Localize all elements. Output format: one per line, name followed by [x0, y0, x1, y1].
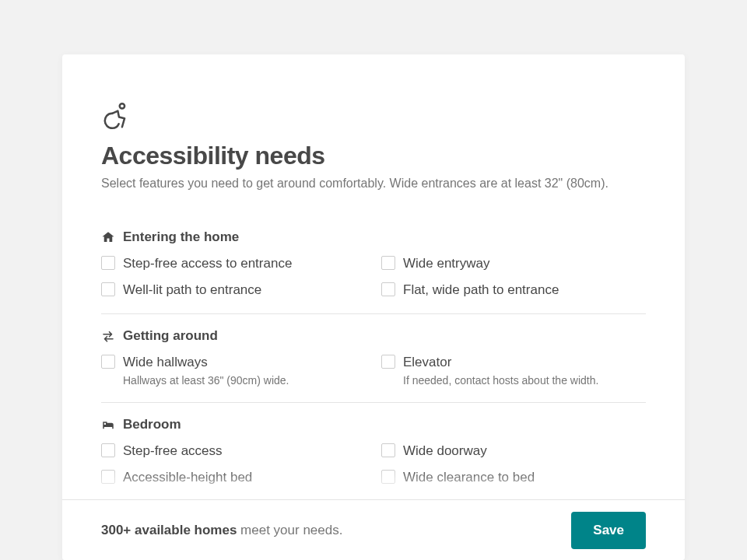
checkbox[interactable]: [381, 256, 395, 270]
home-icon: [101, 230, 115, 244]
checkbox[interactable]: [101, 470, 115, 484]
option-wide-hallways[interactable]: Wide hallways Hallways at least 36" (90c…: [101, 353, 366, 388]
scroll-content: Accessibility needs Select features you …: [62, 54, 685, 499]
option-label: Flat, wide path to entrance: [403, 281, 559, 299]
options-getting-around: Wide hallways Hallways at least 36" (90c…: [101, 353, 646, 388]
checkbox[interactable]: [381, 470, 395, 484]
modal-subtitle: Select features you need to get around c…: [101, 175, 646, 192]
option-label: Wide hallways: [123, 353, 289, 372]
section-header-entering: Entering the home: [101, 229, 646, 245]
bed-icon: [101, 418, 115, 432]
section-entering: Entering the home Step-free access to en…: [101, 215, 646, 313]
option-label: Wide entryway: [403, 254, 489, 273]
options-entering: Step-free access to entrance Wide entryw…: [101, 254, 646, 299]
checkbox[interactable]: [381, 355, 395, 369]
section-bedroom: Bedroom Step-free access Wide doorway Ac…: [101, 402, 646, 499]
checkbox[interactable]: [101, 256, 115, 270]
option-label: Step-free access to entrance: [123, 254, 292, 273]
checkbox[interactable]: [381, 282, 395, 296]
section-title-bedroom: Bedroom: [123, 417, 181, 432]
section-header-bedroom: Bedroom: [101, 417, 646, 432]
results-count-text: 300+ available homes meet your needs.: [101, 523, 342, 538]
footer-bar: 300+ available homes meet your needs. Sa…: [62, 499, 685, 560]
option-label: Wide doorway: [403, 442, 487, 460]
accessibility-icon: [101, 101, 646, 134]
option-step-free-bedroom[interactable]: Step-free access: [101, 442, 366, 460]
accessibility-filter-card: Accessibility needs Select features you …: [62, 54, 685, 560]
checkbox[interactable]: [101, 355, 115, 369]
option-flat-wide-path[interactable]: Flat, wide path to entrance: [381, 281, 646, 299]
checkbox[interactable]: [101, 282, 115, 296]
option-label: Well-lit path to entrance: [123, 281, 261, 299]
results-count: 300+ available homes: [101, 523, 237, 537]
option-label: Step-free access: [123, 442, 223, 460]
arrows-icon: [101, 329, 115, 343]
section-getting-around: Getting around Wide hallways Hallways at…: [101, 313, 646, 402]
option-well-lit-path[interactable]: Well-lit path to entrance: [101, 281, 366, 299]
checkbox[interactable]: [381, 443, 395, 457]
option-label: Wide clearance to bed: [403, 468, 535, 487]
svg-point-0: [120, 103, 124, 108]
option-step-free-entrance[interactable]: Step-free access to entrance: [101, 254, 366, 273]
section-header-getting-around: Getting around: [101, 328, 646, 344]
modal-title: Accessibility needs: [101, 142, 646, 170]
checkbox[interactable]: [101, 443, 115, 457]
option-elevator[interactable]: Elevator If needed, contact hosts about …: [381, 353, 646, 388]
section-title-entering: Entering the home: [123, 229, 239, 245]
option-label: Accessible-height bed: [123, 468, 252, 487]
option-wide-doorway-bedroom[interactable]: Wide doorway: [381, 442, 646, 460]
results-suffix: meet your needs.: [237, 523, 342, 537]
option-sublabel: If needed, contact hosts about the width…: [403, 373, 598, 389]
save-button[interactable]: Save: [571, 512, 646, 549]
section-title-getting-around: Getting around: [123, 328, 218, 344]
option-wide-entryway[interactable]: Wide entryway: [381, 254, 646, 273]
option-label: Elevator: [403, 353, 598, 372]
option-wide-clearance-bed[interactable]: Wide clearance to bed: [381, 468, 646, 487]
option-sublabel: Hallways at least 36" (90cm) wide.: [123, 373, 289, 389]
options-bedroom: Step-free access Wide doorway Accessible…: [101, 442, 646, 487]
option-accessible-height-bed[interactable]: Accessible-height bed: [101, 468, 366, 487]
